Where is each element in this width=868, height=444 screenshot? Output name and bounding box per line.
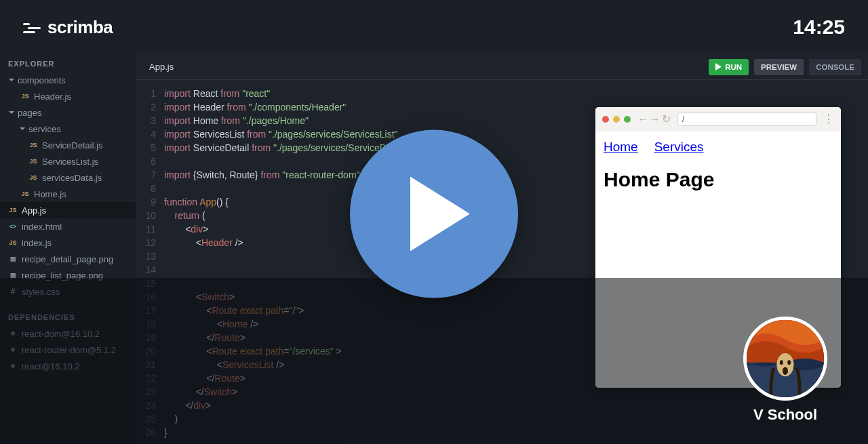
menu-icon[interactable]: ⋮ (823, 114, 834, 125)
file-servicedetail-js[interactable]: JS ServiceDetail.js (0, 137, 136, 153)
preview-chrome: ← → ↻ / ⋮ (595, 107, 841, 132)
package-icon: ⚛ (8, 345, 18, 355)
url-bar[interactable]: / (677, 113, 816, 126)
file-home-js[interactable]: JS Home.js (0, 186, 136, 202)
package-icon: ⚛ (8, 329, 18, 338)
instructor-name: V School (753, 406, 817, 424)
window-controls (602, 116, 631, 123)
code-line[interactable]: 1import React from "react" (136, 87, 589, 100)
chevron-down-icon (8, 109, 15, 116)
code-line[interactable]: 25 ) (136, 412, 589, 426)
browser-nav-buttons: ← → ↻ (637, 114, 671, 125)
js-icon: JS (28, 173, 38, 182)
file-index-js[interactable]: JS index.js (0, 235, 136, 251)
svg-point-8 (783, 367, 788, 375)
preview-heading: Home Page (604, 168, 833, 191)
code-line[interactable]: 16 <Switch> (136, 290, 589, 304)
preview-nav: Home Services (604, 140, 833, 155)
code-line[interactable]: 5import ServiceDetail from "./pages/serv… (136, 141, 589, 155)
code-line[interactable]: 21 <ServicesList /> (136, 358, 589, 371)
file-styles-css[interactable]: # styles.css (0, 283, 136, 300)
nav-link-services[interactable]: Services (654, 140, 704, 155)
js-icon: JS (28, 140, 38, 150)
logo-icon (23, 20, 41, 35)
js-icon: JS (20, 189, 30, 199)
reload-icon[interactable]: ↻ (662, 114, 671, 125)
play-icon (715, 63, 722, 70)
file-tab[interactable]: App.js (142, 62, 180, 72)
js-icon: JS (28, 157, 38, 166)
dependency-react-dom[interactable]: ⚛ react-dom@16.10.2 (0, 325, 136, 342)
svg-point-6 (780, 360, 783, 365)
file-app-js[interactable]: JS App.js (0, 202, 136, 218)
forward-icon[interactable]: → (650, 114, 660, 125)
minimize-dot-icon[interactable] (613, 116, 620, 123)
app-header: scrimba 14:25 (0, 0, 868, 54)
console-button[interactable]: CONSOLE (809, 59, 861, 75)
file-recipe-detail-png[interactable]: ▤ recipe_detail_page.png (0, 251, 136, 267)
brand-name: scrimba (47, 17, 113, 38)
code-line[interactable]: 22 </Route> (136, 371, 589, 385)
svg-rect-0 (23, 23, 30, 25)
js-icon: JS (8, 205, 18, 215)
video-timestamp: 14:25 (793, 16, 845, 39)
image-icon: ▤ (8, 254, 18, 264)
back-icon[interactable]: ← (637, 114, 648, 125)
code-line[interactable]: 3import Home from "./pages/Home" (136, 114, 589, 127)
code-line[interactable]: 23 </Switch> (136, 385, 589, 399)
js-icon: JS (8, 238, 18, 247)
editor-tabbar: App.js RUN PREVIEW CONSOLE (136, 54, 868, 80)
file-serviceslist-js[interactable]: JS ServicesList.js (0, 153, 136, 169)
dependency-react-router-dom[interactable]: ⚛ react-router-dom@5.1.2 (0, 342, 136, 358)
code-line[interactable]: 15 (136, 277, 589, 290)
image-icon: ▤ (8, 270, 18, 280)
file-index-html[interactable]: <> index.html (0, 218, 136, 235)
dependencies-header: DEPENDENCIES (0, 308, 136, 325)
svg-rect-2 (23, 31, 35, 33)
folder-services[interactable]: services (0, 121, 136, 137)
svg-point-7 (787, 360, 791, 365)
code-line[interactable]: 18 <Home /> (136, 317, 589, 331)
run-button[interactable]: RUN (709, 59, 749, 75)
svg-rect-1 (28, 27, 41, 29)
file-recipe-list-png[interactable]: ▤ recipe_list_page.png (0, 267, 136, 283)
file-servicesdata-js[interactable]: JS servicesData.js (0, 169, 136, 186)
css-icon: # (8, 287, 18, 296)
zoom-dot-icon[interactable] (624, 116, 631, 123)
instructor-block: V School (743, 317, 827, 424)
explorer-header: EXPLORER (0, 54, 136, 72)
dependency-react[interactable]: ⚛ react@16.10.2 (0, 358, 136, 374)
html-icon: <> (8, 222, 18, 231)
folder-pages[interactable]: pages (0, 104, 136, 121)
preview-button[interactable]: PREVIEW (754, 59, 804, 75)
brand-logo[interactable]: scrimba (23, 17, 113, 38)
code-line[interactable]: 19 </Route> (136, 331, 589, 344)
folder-components[interactable]: components (0, 72, 136, 88)
code-line[interactable]: 20 <Route exact path="/services" > (136, 344, 589, 358)
close-dot-icon[interactable] (602, 116, 609, 123)
chevron-down-icon (19, 125, 26, 132)
code-editor[interactable]: 1import React from "react"2import Header… (136, 87, 589, 444)
play-button[interactable] (350, 129, 518, 298)
explorer-sidebar: EXPLORER components JS Header.js pages s… (0, 54, 136, 444)
js-icon: JS (20, 92, 30, 101)
code-line[interactable]: 4import ServicesList from "./pages/servi… (136, 127, 589, 141)
code-line[interactable]: 14 (136, 263, 589, 277)
code-line[interactable]: 17 <Route exact path="/"> (136, 304, 589, 317)
code-line[interactable]: 24 </div> (136, 399, 589, 412)
file-header-js[interactable]: JS Header.js (0, 88, 136, 104)
code-line[interactable]: 6 (136, 155, 589, 168)
code-line[interactable]: 2import Header from "./components/Header… (136, 100, 589, 114)
package-icon: ⚛ (8, 361, 18, 371)
play-icon (410, 176, 471, 251)
avatar[interactable] (743, 317, 827, 401)
nav-link-home[interactable]: Home (604, 140, 638, 155)
chevron-down-icon (8, 77, 15, 83)
code-line[interactable]: 26} (136, 426, 589, 439)
